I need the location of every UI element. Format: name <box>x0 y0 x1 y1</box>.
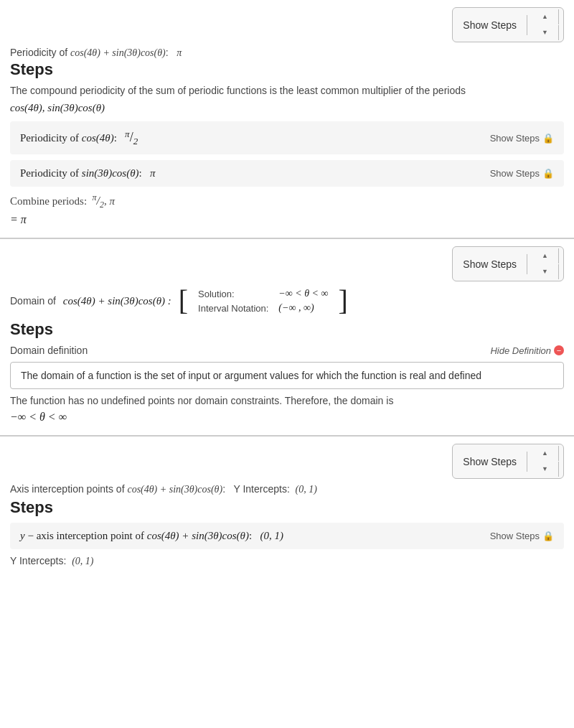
period-final-result: = π <box>10 213 564 226</box>
show-steps-button-2[interactable]: Show Steps ▲ ▼ <box>452 246 564 281</box>
show-steps-button-1[interactable]: Show Steps ▲ ▼ <box>452 7 564 42</box>
show-steps-wrap-3: Show Steps ▲ ▼ <box>10 444 564 479</box>
show-steps-button-3[interactable]: Show Steps ▲ ▼ <box>452 444 564 479</box>
sub-box-cos4-label: Periodicity of cos(4θ): π/2 <box>20 129 138 147</box>
sub-show-steps-cos4-label: Show Steps <box>490 133 540 144</box>
combine-text: Combine periods: π/2, π <box>10 192 564 210</box>
show-steps-wrap-2: Show Steps ▲ ▼ <box>10 246 564 281</box>
periodicity-result: π <box>177 47 182 58</box>
sub-box-axis: y − axis interception point of cos(4θ) +… <box>10 523 564 549</box>
arrow-box-1: ▲ ▼ <box>527 8 563 42</box>
axis-section: Show Steps ▲ ▼ Axis interception points … <box>0 437 574 579</box>
hide-definition-button[interactable]: Hide Definition − <box>490 345 564 356</box>
sub-box-axis-label: y − axis interception point of cos(4θ) +… <box>20 530 283 542</box>
steps-heading-2: Steps <box>10 320 564 339</box>
y-intercepts-line: Y Intercepts: (0, 1) <box>10 555 564 567</box>
up-arrow-3: ▲ <box>532 446 559 461</box>
interval-label: Interval Notation: <box>194 302 273 314</box>
definition-box: The domain of a function is the set of i… <box>10 362 564 389</box>
interval-value: (−∞ , ∞) <box>274 302 332 314</box>
right-bracket: ] <box>339 286 348 315</box>
hide-icon: − <box>554 345 564 355</box>
domain-expr: cos(4θ) + sin(3θ)cos(θ) : <box>63 295 171 307</box>
lock-icon-3: 🔒 <box>542 531 554 541</box>
down-arrow-1: ▼ <box>532 25 559 40</box>
domain-prefix: Domain of <box>10 295 56 307</box>
sub-show-steps-sin3cos-label: Show Steps <box>490 168 540 179</box>
periodicity-functions: cos(4θ), sin(3θ)cos(θ) <box>10 102 564 114</box>
sub-show-steps-sin3cos[interactable]: Show Steps 🔒 <box>490 168 554 179</box>
no-constraints-text: The function has no undefined points nor… <box>10 395 564 406</box>
steps-heading-3: Steps <box>10 498 564 517</box>
sub-box-sin3cos-label: Periodicity of sin(3θ)cos(θ): π <box>20 167 155 179</box>
solution-bracket-box: [ Solution: −∞ < θ < ∞ Interval Notation… <box>179 286 348 316</box>
down-arrow-2: ▼ <box>532 264 559 279</box>
domain-section: Show Steps ▲ ▼ Domain of cos(4θ) + sin(3… <box>0 239 574 437</box>
show-steps-wrap-1: Show Steps ▲ ▼ <box>10 7 564 42</box>
domain-result: −∞ < θ < ∞ <box>10 411 564 424</box>
lock-icon-1: 🔒 <box>542 133 554 144</box>
periodicity-title: Periodicity of cos(4θ) + sin(3θ)cos(θ): … <box>10 47 182 58</box>
lock-icon-2: 🔒 <box>542 168 554 179</box>
sub-box-cos4: Periodicity of cos(4θ): π/2 Show Steps 🔒 <box>10 121 564 154</box>
sub-show-steps-cos4[interactable]: Show Steps 🔒 <box>490 133 554 144</box>
sub-box-sin3cos: Periodicity of sin(3θ)cos(θ): π Show Ste… <box>10 160 564 187</box>
hide-definition-label: Hide Definition <box>490 345 551 356</box>
show-steps-label-3: Show Steps <box>453 452 527 472</box>
arrow-box-2: ▲ ▼ <box>527 247 563 281</box>
left-bracket: [ <box>179 286 188 315</box>
sub-show-steps-axis[interactable]: Show Steps 🔒 <box>490 531 554 541</box>
periodicity-section: Show Steps ▲ ▼ Periodicity of cos(4θ) + … <box>0 0 574 239</box>
y-intercepts-value: (0, 1) <box>72 556 93 566</box>
axis-title-row: Axis interception points of cos(4θ) + si… <box>10 483 564 495</box>
arrow-box-3: ▲ ▼ <box>527 444 563 478</box>
solution-table: Solution: −∞ < θ < ∞ Interval Notation: … <box>192 286 334 316</box>
axis-prefix: Axis interception points of cos(4θ) + si… <box>10 483 317 495</box>
up-arrow-2: ▲ <box>532 248 559 263</box>
sub-show-steps-axis-label: Show Steps <box>490 531 540 541</box>
definition-text: The domain of a function is the set of i… <box>21 370 481 381</box>
show-steps-label-1: Show Steps <box>453 15 527 35</box>
up-arrow-1: ▲ <box>532 9 559 24</box>
periodicity-description: The compound periodicity of the sum of p… <box>10 85 564 96</box>
down-arrow-3: ▼ <box>532 462 559 477</box>
steps-heading-1: Steps <box>10 60 564 79</box>
show-steps-label-2: Show Steps <box>453 254 527 274</box>
solution-label: Solution: <box>194 287 273 300</box>
domain-def-label: Domain definition <box>10 345 88 356</box>
solution-value: −∞ < θ < ∞ <box>274 287 332 300</box>
domain-def-row: Domain definition Hide Definition − <box>10 345 564 356</box>
domain-title-row: Domain of cos(4θ) + sin(3θ)cos(θ) : [ So… <box>10 286 564 316</box>
y-intercepts-label: Y Intercepts: <box>10 555 66 566</box>
periodicity-title-row: Periodicity of cos(4θ) + sin(3θ)cos(θ): … <box>10 47 564 59</box>
